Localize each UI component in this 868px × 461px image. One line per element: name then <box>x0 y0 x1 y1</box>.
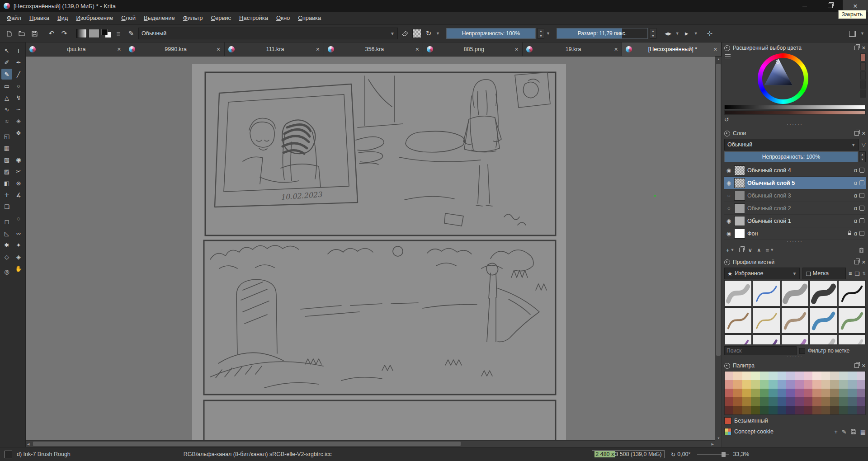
layer-alpha-icon[interactable]: α <box>854 193 857 199</box>
crop-tool[interactable]: ▦ <box>1 142 12 153</box>
minimize-button[interactable] <box>792 0 817 12</box>
scroll-up-icon[interactable]: ▲ <box>717 57 720 61</box>
layer-row-Обычный слой 5[interactable]: ◉Обычный слой 5α <box>724 177 866 189</box>
preset-scroll-arrows[interactable]: ⇅ <box>862 271 866 276</box>
mirror-vertical-button[interactable]: ▸ <box>681 28 692 39</box>
palette-swatch-56[interactable] <box>786 397 795 406</box>
layer-row-Обычный слой 2[interactable]: ○Обычный слой 2α <box>724 202 866 215</box>
layer-row-Обычный слой 1[interactable]: ◉Обычный слой 1α <box>724 215 866 227</box>
scroll-left-icon[interactable]: ◀ <box>27 442 29 446</box>
line-tool[interactable]: ╱ <box>13 69 24 80</box>
palette-swatch-49[interactable] <box>725 397 733 406</box>
docker-settings-icon[interactable] <box>724 131 730 136</box>
palette-swatch-9[interactable] <box>795 372 804 380</box>
palette-swatch-4[interactable] <box>751 372 760 380</box>
open-document-button[interactable] <box>16 28 27 39</box>
reload-preset-dropdown[interactable]: ▼ <box>436 31 440 36</box>
menu-item-Окно[interactable]: Окно <box>272 12 294 24</box>
canvas-paper[interactable]: 10.02.2023 <box>192 64 566 444</box>
menu-item-Вид[interactable]: Вид <box>53 12 72 24</box>
palette-swatch-21[interactable] <box>760 380 769 389</box>
palette-swatch-29[interactable] <box>830 380 839 389</box>
palette-swatch-80[interactable] <box>857 406 865 414</box>
palette-swatch-52[interactable] <box>751 397 760 406</box>
fill-tool[interactable]: ◧ <box>1 178 12 188</box>
palette-swatch-79[interactable] <box>848 406 856 414</box>
brush-size-spinner[interactable]: ▲▼ <box>650 28 656 39</box>
brush-preset-7[interactable] <box>753 307 780 334</box>
document-tab-фш.kra[interactable]: фш.kra✕ <box>26 42 125 56</box>
palette-swatch-54[interactable] <box>769 397 777 406</box>
palette-swatch-24[interactable] <box>786 380 795 389</box>
palette-swatch-66[interactable] <box>733 406 742 414</box>
palette-swatch-77[interactable] <box>830 406 839 414</box>
brush-presets-header[interactable]: Профили кистей ✕ <box>724 258 866 267</box>
palette-swatch-33[interactable] <box>725 389 733 397</box>
brush-size-slider[interactable]: Размер: 11,79 пикс. <box>557 28 648 39</box>
palette-swatch-23[interactable] <box>778 380 786 389</box>
layer-style-icon[interactable] <box>859 218 864 223</box>
brush-preset-4[interactable] <box>810 280 837 306</box>
pan-tool[interactable]: ✋ <box>13 263 24 274</box>
palette-swatch-71[interactable] <box>778 406 786 414</box>
docker-settings-icon[interactable] <box>724 363 730 369</box>
document-tab-356.kra[interactable]: 356.kra✕ <box>324 42 424 56</box>
palette-swatch-62[interactable] <box>839 397 848 406</box>
brush-preset-8[interactable] <box>781 307 809 334</box>
palette-swatch-47[interactable] <box>848 389 856 397</box>
palette-swatch-57[interactable] <box>795 397 804 406</box>
palette-swatch-17[interactable] <box>725 380 733 389</box>
assistants-tool[interactable]: ✛ <box>1 189 12 200</box>
palette-swatch-44[interactable] <box>821 389 830 397</box>
save-palette-icon[interactable] <box>851 429 856 434</box>
palette-swatch-40[interactable] <box>786 389 795 397</box>
color-history-toggle-icon[interactable] <box>725 54 731 59</box>
menu-item-Изображение[interactable]: Изображение <box>72 12 117 24</box>
mirror-horizontal-dropdown[interactable]: ▼ <box>675 31 679 36</box>
menu-item-Фильтр[interactable]: Фильтр <box>179 12 207 24</box>
palette-swatch-61[interactable] <box>830 397 839 406</box>
pattern-edit-tool[interactable]: ▨ <box>1 166 12 177</box>
palette-swatch-39[interactable] <box>778 389 786 397</box>
palette-swatch-18[interactable] <box>733 380 742 389</box>
document-tab-19.kra[interactable]: 19.kra✕ <box>523 42 622 56</box>
magnetic-select-tool[interactable]: ◈ <box>13 251 24 262</box>
palette-swatch-11[interactable] <box>812 372 821 380</box>
redo-button[interactable]: ↷ <box>59 28 70 39</box>
tab-close-icon[interactable]: ✕ <box>117 47 121 52</box>
palette-swatch-64[interactable] <box>857 397 865 406</box>
palette-swatch-30[interactable] <box>839 380 848 389</box>
layer-style-icon[interactable] <box>859 168 864 173</box>
tab-close-icon[interactable]: ✕ <box>415 47 419 52</box>
add-color-button[interactable]: + <box>834 428 838 435</box>
float-docker-icon[interactable] <box>854 363 859 368</box>
tab-close-icon[interactable]: ✕ <box>514 47 519 52</box>
brush-search-input[interactable] <box>724 346 797 355</box>
palette-swatch-48[interactable] <box>857 389 865 397</box>
brush-preset-14[interactable] <box>810 334 837 344</box>
select-shapes-tool[interactable]: ↖ <box>1 45 12 56</box>
smart-patch-tool[interactable]: ✂ <box>13 166 24 177</box>
palette-swatch-73[interactable] <box>795 406 804 414</box>
layers-header[interactable]: Слои ✕ <box>724 129 866 138</box>
fg-bg-colors-chip[interactable] <box>101 29 111 38</box>
transform-tool[interactable]: ◱ <box>1 131 12 141</box>
refresh-history-button[interactable]: ↺ <box>724 116 729 123</box>
favorites-combo[interactable]: ★ Избранное ▼ <box>724 268 800 279</box>
preset-size-button[interactable]: ❏ <box>854 270 859 277</box>
palette-swatch-46[interactable] <box>839 389 848 397</box>
float-docker-icon[interactable] <box>854 260 859 264</box>
palette-swatch-14[interactable] <box>839 372 848 380</box>
menu-item-Справка[interactable]: Справка <box>294 12 325 24</box>
palette-swatch-3[interactable] <box>742 372 751 380</box>
zoom-slider[interactable] <box>697 454 729 455</box>
eraser-mode-button[interactable] <box>400 28 410 39</box>
palette-swatch-5[interactable] <box>760 372 769 380</box>
menu-item-Правка[interactable]: Правка <box>25 12 53 24</box>
palette-swatch-78[interactable] <box>839 406 848 414</box>
layer-visibility-icon[interactable]: ○ <box>726 205 732 212</box>
layer-row-Обычный слой 4[interactable]: ◉Обычный слой 4α <box>724 164 866 177</box>
palette-swatch-58[interactable] <box>804 397 812 406</box>
new-document-button[interactable] <box>4 28 14 39</box>
canvas-horizontal-scrollbar[interactable]: ◀ ▶ <box>26 440 715 447</box>
